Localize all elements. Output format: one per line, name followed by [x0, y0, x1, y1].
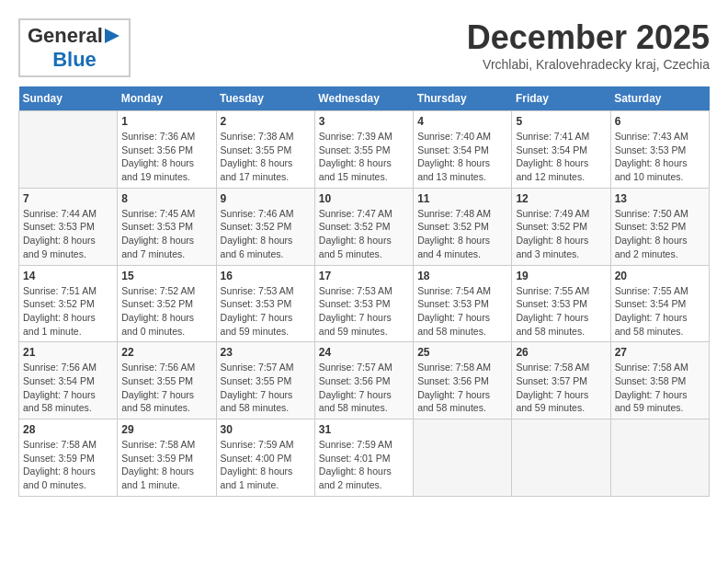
day-info: Sunrise: 7:58 AMSunset: 3:57 PMDaylight:… [516, 361, 606, 415]
day-number: 12 [516, 192, 606, 205]
day-info: Sunrise: 7:41 AMSunset: 3:54 PMDaylight:… [516, 130, 606, 184]
svg-marker-0 [105, 29, 119, 43]
day-info: Sunrise: 7:52 AMSunset: 3:52 PMDaylight:… [121, 284, 211, 339]
calendar-cell: 4Sunrise: 7:40 AMSunset: 3:54 PMDaylight… [414, 111, 512, 189]
day-info: Sunrise: 7:58 AMSunset: 3:59 PMDaylight:… [23, 438, 113, 492]
day-number: 29 [121, 423, 211, 436]
calendar-cell: 11Sunrise: 7:48 AMSunset: 3:52 PMDayligh… [414, 188, 512, 265]
calendar-header-friday: Friday [512, 86, 610, 111]
day-number: 24 [319, 346, 409, 359]
calendar-cell [512, 419, 610, 497]
day-number: 15 [121, 270, 211, 282]
calendar-cell: 3Sunrise: 7:39 AMSunset: 3:55 PMDaylight… [314, 111, 413, 189]
day-number: 10 [319, 192, 409, 205]
calendar-cell: 5Sunrise: 7:41 AMSunset: 3:54 PMDaylight… [512, 111, 610, 189]
day-number: 27 [615, 346, 705, 359]
day-number: 4 [417, 115, 507, 128]
day-info: Sunrise: 7:57 AMSunset: 3:56 PMDaylight:… [319, 361, 409, 415]
calendar-cell: 19Sunrise: 7:55 AMSunset: 3:53 PMDayligh… [512, 265, 610, 342]
calendar-cell: 9Sunrise: 7:46 AMSunset: 3:52 PMDaylight… [216, 188, 314, 265]
calendar-cell: 22Sunrise: 7:56 AMSunset: 3:55 PMDayligh… [118, 342, 216, 419]
calendar-cell: 17Sunrise: 7:53 AMSunset: 3:53 PMDayligh… [314, 265, 413, 342]
day-info: Sunrise: 7:53 AMSunset: 3:53 PMDaylight:… [221, 284, 311, 339]
day-number: 6 [615, 115, 705, 128]
calendar-cell: 12Sunrise: 7:49 AMSunset: 3:52 PMDayligh… [512, 188, 610, 265]
calendar-header-sunday: Sunday [19, 86, 118, 111]
calendar-cell: 13Sunrise: 7:50 AMSunset: 3:52 PMDayligh… [610, 188, 709, 265]
calendar-cell: 27Sunrise: 7:58 AMSunset: 3:58 PMDayligh… [610, 342, 709, 419]
day-number: 2 [221, 115, 311, 128]
logo: General Blue [18, 18, 131, 77]
day-info: Sunrise: 7:46 AMSunset: 3:52 PMDaylight:… [221, 207, 311, 261]
calendar-cell: 30Sunrise: 7:59 AMSunset: 4:00 PMDayligh… [216, 419, 314, 497]
day-number: 23 [221, 346, 311, 359]
calendar-header-wednesday: Wednesday [314, 86, 413, 111]
day-info: Sunrise: 7:36 AMSunset: 3:56 PMDaylight:… [121, 130, 211, 184]
logo-blue-text: Blue [52, 48, 97, 71]
calendar-cell: 8Sunrise: 7:45 AMSunset: 3:53 PMDaylight… [118, 188, 216, 265]
calendar-cell: 15Sunrise: 7:52 AMSunset: 3:52 PMDayligh… [118, 265, 216, 342]
calendar-cell [414, 419, 512, 497]
day-info: Sunrise: 7:54 AMSunset: 3:53 PMDaylight:… [417, 284, 507, 339]
day-number: 20 [615, 270, 705, 282]
day-info: Sunrise: 7:44 AMSunset: 3:53 PMDaylight:… [23, 207, 113, 261]
day-info: Sunrise: 7:43 AMSunset: 3:53 PMDaylight:… [615, 130, 705, 184]
day-number: 13 [615, 192, 705, 205]
location-text: Vrchlabi, Kralovehradecky kraj, Czechia [467, 57, 710, 72]
calendar-cell: 7Sunrise: 7:44 AMSunset: 3:53 PMDaylight… [19, 188, 118, 265]
calendar-cell: 31Sunrise: 7:59 AMSunset: 4:01 PMDayligh… [314, 419, 413, 497]
calendar-table: SundayMondayTuesdayWednesdayThursdayFrid… [18, 86, 710, 497]
day-info: Sunrise: 7:45 AMSunset: 3:53 PMDaylight:… [121, 207, 211, 261]
calendar-cell: 10Sunrise: 7:47 AMSunset: 3:52 PMDayligh… [314, 188, 413, 265]
day-info: Sunrise: 7:48 AMSunset: 3:52 PMDaylight:… [417, 207, 507, 261]
month-title: December 2025 [467, 18, 710, 57]
day-number: 31 [319, 423, 409, 436]
calendar-cell: 28Sunrise: 7:58 AMSunset: 3:59 PMDayligh… [19, 419, 118, 497]
day-info: Sunrise: 7:50 AMSunset: 3:52 PMDaylight:… [615, 207, 705, 261]
day-number: 14 [23, 270, 113, 282]
calendar-header-saturday: Saturday [610, 86, 709, 111]
day-info: Sunrise: 7:58 AMSunset: 3:56 PMDaylight:… [417, 361, 507, 415]
calendar-cell: 2Sunrise: 7:38 AMSunset: 3:55 PMDaylight… [216, 111, 314, 189]
day-info: Sunrise: 7:38 AMSunset: 3:55 PMDaylight:… [221, 130, 311, 184]
logo-general-text: General [28, 24, 103, 48]
calendar-cell: 18Sunrise: 7:54 AMSunset: 3:53 PMDayligh… [414, 265, 512, 342]
day-info: Sunrise: 7:51 AMSunset: 3:52 PMDaylight:… [23, 284, 113, 339]
calendar-header-thursday: Thursday [414, 86, 512, 111]
day-number: 8 [121, 192, 211, 205]
day-info: Sunrise: 7:40 AMSunset: 3:54 PMDaylight:… [417, 130, 507, 184]
calendar-cell [19, 111, 118, 189]
day-number: 19 [516, 270, 606, 282]
day-info: Sunrise: 7:59 AMSunset: 4:01 PMDaylight:… [319, 438, 409, 492]
calendar-cell: 1Sunrise: 7:36 AMSunset: 3:56 PMDaylight… [118, 111, 216, 189]
day-info: Sunrise: 7:47 AMSunset: 3:52 PMDaylight:… [319, 207, 409, 261]
day-number: 30 [221, 423, 311, 436]
day-number: 1 [121, 115, 211, 128]
day-info: Sunrise: 7:59 AMSunset: 4:00 PMDaylight:… [221, 438, 311, 492]
page-header: General Blue December 2025 Vrchlabi, Kra… [18, 18, 710, 77]
day-info: Sunrise: 7:49 AMSunset: 3:52 PMDaylight:… [516, 207, 606, 261]
day-number: 22 [121, 346, 211, 359]
day-number: 21 [23, 346, 113, 359]
day-number: 16 [221, 270, 311, 282]
day-info: Sunrise: 7:57 AMSunset: 3:55 PMDaylight:… [221, 361, 311, 415]
logo-arrow-icon [103, 27, 121, 45]
calendar-cell: 16Sunrise: 7:53 AMSunset: 3:53 PMDayligh… [216, 265, 314, 342]
day-number: 25 [417, 346, 507, 359]
calendar-cell: 29Sunrise: 7:58 AMSunset: 3:59 PMDayligh… [118, 419, 216, 497]
day-info: Sunrise: 7:58 AMSunset: 3:58 PMDaylight:… [615, 361, 705, 415]
day-number: 26 [516, 346, 606, 359]
day-number: 3 [319, 115, 409, 128]
day-info: Sunrise: 7:53 AMSunset: 3:53 PMDaylight:… [319, 284, 409, 339]
day-info: Sunrise: 7:56 AMSunset: 3:55 PMDaylight:… [121, 361, 211, 415]
day-number: 17 [319, 270, 409, 282]
day-info: Sunrise: 7:55 AMSunset: 3:54 PMDaylight:… [615, 284, 705, 339]
day-number: 28 [23, 423, 113, 436]
day-number: 9 [221, 192, 311, 205]
day-number: 11 [417, 192, 507, 205]
calendar-header-monday: Monday [118, 86, 216, 111]
calendar-cell: 25Sunrise: 7:58 AMSunset: 3:56 PMDayligh… [414, 342, 512, 419]
calendar-cell: 21Sunrise: 7:56 AMSunset: 3:54 PMDayligh… [19, 342, 118, 419]
day-info: Sunrise: 7:56 AMSunset: 3:54 PMDaylight:… [23, 361, 113, 415]
calendar-cell: 23Sunrise: 7:57 AMSunset: 3:55 PMDayligh… [216, 342, 314, 419]
